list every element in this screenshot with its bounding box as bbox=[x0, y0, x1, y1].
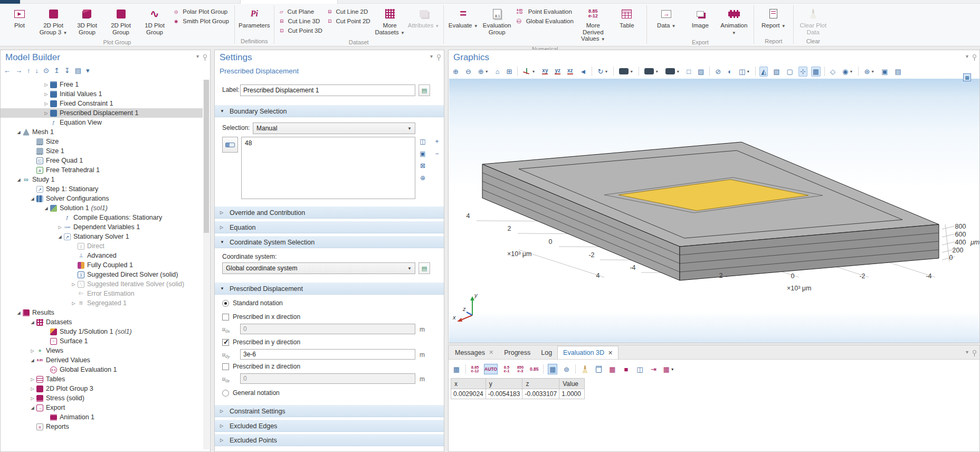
animation-menu-icon[interactable]: ▼ bbox=[664, 67, 681, 76]
expand-arrow-icon[interactable]: ▷ bbox=[29, 377, 36, 382]
tree-node-free-tetrahedral-1[interactable]: ▲Free Tetrahedral 1 bbox=[1, 165, 203, 175]
tree-node-fixed-constraint-1[interactable]: ▷Fixed Constraint 1 bbox=[1, 99, 203, 108]
expand-arrow-icon[interactable]: ▷ bbox=[43, 82, 50, 87]
expand-arrow-icon[interactable]: ◢ bbox=[15, 177, 22, 182]
plot-button[interactable]: ▶Plot bbox=[3, 5, 36, 31]
paste-selection-icon[interactable]: ▣ bbox=[418, 149, 427, 158]
section-constraint-settings[interactable]: ▷ Constraint Settings bbox=[215, 405, 444, 417]
section-prescribed-displacement[interactable]: ▼ Prescribed Displacement bbox=[215, 282, 444, 295]
tree-node-2d-plot-group-3[interactable]: ▷2D Plot Group 3 bbox=[1, 384, 203, 393]
tree-node-suggested-iterative-solver-solid-[interactable]: ▷╲Suggested Iterative Solver (solid) bbox=[1, 279, 203, 289]
table-header-value[interactable]: Value bbox=[559, 379, 585, 389]
expand-arrow-icon[interactable]: ◢ bbox=[29, 320, 36, 325]
tree-node-solution-1[interactable]: ◢Solution 1(sol1) bbox=[1, 203, 203, 213]
tree-node-datasets[interactable]: ◢Datasets bbox=[1, 317, 203, 327]
tree-node-solver-configurations[interactable]: ◢Solver Configurations bbox=[1, 194, 203, 203]
copy-table-icon[interactable]: ◫ bbox=[635, 364, 644, 374]
ribbon-tab-strip[interactable] bbox=[0, 0, 980, 4]
cut-point-2d-button[interactable]: ⊡Cut Point 2D bbox=[328, 17, 370, 25]
expand-arrow-icon[interactable]: ▷ bbox=[56, 225, 63, 230]
zoom-extents-icon[interactable]: ⊞ bbox=[505, 67, 514, 77]
clear-table-icon[interactable] bbox=[580, 364, 589, 374]
prescribed-direction-checkbox[interactable]: Prescribed in z direction bbox=[222, 362, 300, 371]
expand-arrow-icon[interactable]: ◢ bbox=[29, 196, 36, 201]
image-button[interactable]: Image bbox=[684, 5, 717, 31]
view-hiding-icon[interactable]: ◫▼ bbox=[737, 67, 751, 77]
tree-node-study-1-solution-1[interactable]: Study 1/Solution 1(sol1) bbox=[1, 327, 203, 336]
file-menu-accent[interactable] bbox=[0, 0, 20, 4]
close-icon[interactable]: ✕ bbox=[489, 349, 493, 356]
tree-node-suggested-direct-solver-solid-[interactable]: ╳Suggested Direct Solver (solid) bbox=[1, 270, 203, 279]
panel-menu-icon[interactable]: ▾ bbox=[966, 53, 968, 59]
hide-objects-icon[interactable]: ⊘ bbox=[713, 67, 722, 77]
tree-node-derived-values[interactable]: ◢8.85Derived Values bbox=[1, 355, 203, 365]
polar-plot-group-button[interactable]: ◎Polar Plot Group bbox=[174, 7, 229, 15]
tree-node-mesh-1[interactable]: ◢Mesh 1 bbox=[1, 127, 203, 137]
3d-plot-group-button[interactable]: 3D Plot Group bbox=[71, 5, 103, 37]
section-boundary-selection[interactable]: ▼ Boundary Selection bbox=[215, 105, 444, 117]
smith-plot-group-button[interactable]: ◉Smith Plot Group bbox=[174, 17, 229, 25]
table-menu-icon[interactable]: ▦▼ bbox=[662, 364, 674, 374]
tree-node-surface-1[interactable]: ▫Surface 1 bbox=[1, 336, 203, 346]
view-xy-icon[interactable]: xy bbox=[540, 67, 549, 76]
back-icon[interactable]: ← bbox=[4, 67, 11, 74]
pin-icon[interactable] bbox=[203, 54, 207, 58]
show-material-icon[interactable]: ▧ bbox=[772, 67, 781, 77]
tree-node-advanced[interactable]: ⊥Advanced bbox=[1, 251, 203, 260]
snapshot-icon[interactable]: ▣ bbox=[880, 67, 889, 77]
2d-plot-group-3-button[interactable]: 2D Plot Group 3 ▼ bbox=[37, 5, 70, 38]
coordinate-system-dropdown[interactable]: Global coordinate system ▼ bbox=[222, 262, 415, 274]
global-evaluation-button[interactable]: 8.5Global Evaluation bbox=[517, 17, 574, 25]
table-cell[interactable]: -0.0054183 bbox=[486, 389, 522, 399]
tree-node-animation-1[interactable]: Animation 1 bbox=[1, 412, 203, 422]
selection-list[interactable]: 48 bbox=[241, 137, 415, 199]
table-cell[interactable]: -0.0033107 bbox=[522, 389, 559, 399]
panel-menu-icon[interactable]: ▾ bbox=[966, 349, 968, 355]
coordinate-system-list-button[interactable]: ▤ bbox=[418, 262, 430, 274]
material-rendering-icon[interactable]: ◇ bbox=[829, 67, 837, 77]
tree-node-reports[interactable]: ≡Reports bbox=[1, 422, 203, 431]
zoom-in-icon[interactable]: ⊕ bbox=[451, 67, 460, 77]
tree-node-prescribed-displacement-1[interactable]: ▷Prescribed Displacement 1 bbox=[1, 108, 203, 118]
expand-arrow-icon[interactable]: ◢ bbox=[43, 206, 50, 211]
panel-menu-icon[interactable]: ▾ bbox=[196, 53, 199, 59]
spherical-coordinates-icon[interactable]: ⊚ bbox=[562, 364, 571, 374]
point-evaluation-button[interactable]: 8.85 e-12Point Evaluation bbox=[517, 7, 574, 15]
expand-arrow-icon[interactable]: ◢ bbox=[15, 130, 22, 135]
active-ribbon-tab[interactable] bbox=[240, 0, 338, 4]
tree-node-tables[interactable]: ▷Tables bbox=[1, 374, 203, 384]
evaluate-button[interactable]: =Evaluate ▼ bbox=[447, 5, 480, 32]
clear-plot-data-button[interactable]: Clear Plot Data bbox=[797, 5, 830, 37]
tree-node-equation-view[interactable]: ƒEquation View bbox=[1, 118, 203, 127]
move-up-icon[interactable]: ↑ bbox=[27, 67, 31, 74]
tree-node-free-quad-1[interactable]: ◱Free Quad 1 bbox=[1, 156, 203, 165]
toolbar-menu-icon[interactable]: ▾ bbox=[86, 67, 90, 74]
displacement-input-0y[interactable] bbox=[240, 349, 415, 360]
section-coordinate-system[interactable]: ▼ Coordinate System Selection bbox=[215, 236, 444, 248]
more-derived-values-button[interactable]: 8.85 e-12More Derived Values ▼ bbox=[577, 5, 610, 45]
label-input[interactable] bbox=[240, 84, 415, 96]
expand-arrow-icon[interactable]: ▷ bbox=[29, 396, 36, 401]
collapse-all-icon[interactable]: ↥ bbox=[54, 67, 60, 74]
scrollbar-thumb[interactable] bbox=[204, 80, 209, 233]
report-button[interactable]: Report ▼ bbox=[757, 5, 790, 32]
environment-reflections-icon[interactable]: ⊛▼ bbox=[862, 67, 876, 77]
expand-arrow-icon[interactable]: ◢ bbox=[29, 358, 36, 363]
expand-all-icon[interactable]: ↧ bbox=[64, 67, 70, 74]
tree-node-stress-solid-[interactable]: ▷Stress (solid) bbox=[1, 393, 203, 403]
remove-from-selection-icon[interactable]: − bbox=[432, 149, 442, 158]
table-header-y[interactable]: y bbox=[486, 379, 522, 389]
expand-arrow-icon[interactable]: ▷ bbox=[43, 92, 50, 97]
rotate-icon[interactable]: ↻▼ bbox=[596, 67, 610, 77]
tree-node-error-estimation[interactable]: E≈Error Estimation bbox=[1, 289, 203, 298]
tree-node-size-1[interactable]: Size 1 bbox=[1, 146, 203, 156]
expand-arrow-icon[interactable]: ◢ bbox=[56, 234, 63, 239]
show-axis-orientation-icon[interactable]: ⊹ bbox=[798, 67, 807, 77]
scene-light-icon[interactable]: ◭ bbox=[759, 67, 768, 77]
de-select-box-icon[interactable]: ▨ bbox=[696, 67, 706, 77]
tree-node-compile-equations-stationary[interactable]: ƒCompile Equations: Stationary bbox=[1, 213, 203, 222]
1d-plot-group-button[interactable]: ∿1D Plot Group bbox=[138, 5, 171, 37]
expand-arrow-icon[interactable]: ◢ bbox=[15, 310, 22, 315]
selection-active-toggle[interactable] bbox=[222, 137, 238, 153]
slab-model[interactable] bbox=[482, 142, 939, 280]
